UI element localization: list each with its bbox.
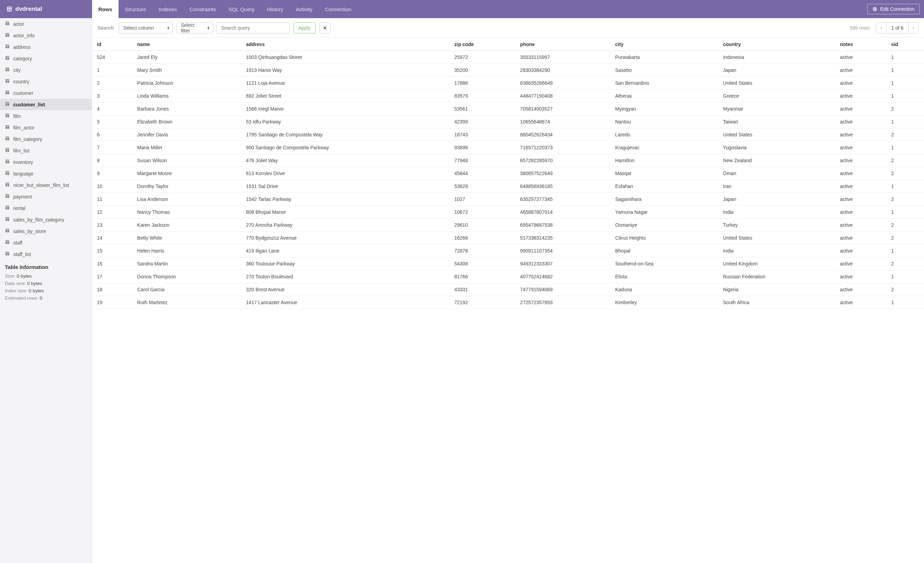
tab-activity[interactable]: Activity bbox=[290, 0, 319, 18]
column-header-sid[interactable]: sid bbox=[886, 38, 924, 51]
table-row[interactable]: 19Ruth Martinez1417 Lancaster Avenue7219… bbox=[92, 296, 924, 309]
table-row[interactable]: 6Jennifer Davis1795 Santiago de Composte… bbox=[92, 128, 924, 141]
cell-address: 360 Toulouse Parkway bbox=[241, 257, 450, 270]
table-row[interactable]: 8Susan Wilson478 Joliet Way7794865728228… bbox=[92, 154, 924, 167]
sidebar-item-sales_by_film_category[interactable]: sales_by_film_category bbox=[0, 214, 92, 225]
cell-phone: 990911107354 bbox=[515, 245, 610, 257]
cell-name: Karen Jackson bbox=[132, 219, 241, 232]
cell-notes: active bbox=[835, 90, 886, 102]
cell-country: Taiwan bbox=[718, 116, 835, 128]
sidebar-item-staff_list[interactable]: staff_list bbox=[0, 248, 92, 260]
column-header-zip-code[interactable]: zip code bbox=[450, 38, 515, 51]
cell-name: Linda Williams bbox=[132, 90, 241, 102]
sidebar-item-city[interactable]: city bbox=[0, 64, 92, 76]
table-list: actoractor_infoaddresscategorycitycountr… bbox=[0, 18, 92, 260]
sidebar-item-nicer_but_slower_film_list[interactable]: nicer_but_slower_film_list bbox=[0, 179, 92, 191]
sidebar-item-film_actor[interactable]: film_actor bbox=[0, 122, 92, 133]
cell-id: 9 bbox=[92, 167, 132, 180]
cell-zip: 16266 bbox=[450, 232, 515, 245]
clear-button[interactable]: ✕ bbox=[320, 23, 330, 33]
sidebar-item-category[interactable]: category bbox=[0, 53, 92, 64]
cell-name: Helen Harris bbox=[132, 245, 241, 257]
tab-connection[interactable]: Connection bbox=[319, 0, 358, 18]
table-row[interactable]: 14Betty White770 Bydgoszcz Avenue1626651… bbox=[92, 232, 924, 245]
tab-structure[interactable]: Structure bbox=[118, 0, 152, 18]
sidebar-item-film[interactable]: film bbox=[0, 110, 92, 122]
table-row[interactable]: 7Maria Miller900 Santiago de Compostela … bbox=[92, 141, 924, 154]
table-row[interactable]: 3Linda Williams692 Joliet Street83579448… bbox=[92, 90, 924, 102]
sidebar-item-film_category[interactable]: film_category bbox=[0, 133, 92, 145]
select-filter[interactable]: Select filter ▲▼ bbox=[176, 23, 213, 33]
cell-sid: 1 bbox=[886, 180, 924, 193]
sidebar-item-inventory[interactable]: inventory bbox=[0, 156, 92, 168]
table-row[interactable]: 10Dorothy Taylor1531 Sal Drive5362864885… bbox=[92, 180, 924, 193]
table-row[interactable]: 17Donna Thompson270 Toulon Boulevard8176… bbox=[92, 270, 924, 283]
table-row[interactable]: 5Elizabeth Brown53 Idfu Parkway423991065… bbox=[92, 116, 924, 128]
tab-constraints[interactable]: Constraints bbox=[183, 0, 222, 18]
sidebar-item-staff[interactable]: staff bbox=[0, 237, 92, 248]
tab-rows[interactable]: Rows bbox=[92, 0, 118, 18]
table-row[interactable]: 524Jared Ely1003 Qinhuangdao Street25972… bbox=[92, 51, 924, 64]
column-header-notes[interactable]: notes bbox=[835, 38, 886, 51]
cell-name: Jared Ely bbox=[132, 51, 241, 64]
table-row[interactable]: 11Lisa Anderson1542 Tarlac Parkway102763… bbox=[92, 193, 924, 206]
column-header-address[interactable]: address bbox=[241, 38, 450, 51]
sidebar-item-rental[interactable]: rental bbox=[0, 202, 92, 214]
tab-indexes[interactable]: Indexes bbox=[152, 0, 183, 18]
column-header-country[interactable]: country bbox=[718, 38, 835, 51]
sidebar-item-label: film_actor bbox=[13, 125, 34, 131]
sidebar-item-label: inventory bbox=[13, 159, 33, 165]
cell-sid: 1 bbox=[886, 245, 924, 257]
table-row[interactable]: 18Carol Garcia320 Brest Avenue4333174779… bbox=[92, 283, 924, 296]
edit-connection-button[interactable]: Edit Connection bbox=[867, 4, 920, 14]
table-row[interactable]: 12Nancy Thomas808 Bhopal Manor1067246588… bbox=[92, 206, 924, 219]
column-header-phone[interactable]: phone bbox=[515, 38, 610, 51]
sidebar-item-address[interactable]: address bbox=[0, 41, 92, 53]
table-row[interactable]: 2Patricia Johnson1121 Loja Avenue1788683… bbox=[92, 77, 924, 90]
column-header-city[interactable]: city bbox=[610, 38, 718, 51]
table-row[interactable]: 9Margaret Moore613 Korolev Drive45844380… bbox=[92, 167, 924, 180]
sidebar-item-actor_info[interactable]: actor_info bbox=[0, 30, 92, 41]
cell-address: 1531 Sal Drive bbox=[241, 180, 450, 193]
cell-notes: active bbox=[835, 270, 886, 283]
sidebar-item-customer[interactable]: customer bbox=[0, 87, 92, 99]
table-row[interactable]: 15Helen Harris419 Iligan Lane72878990911… bbox=[92, 245, 924, 257]
table-icon bbox=[5, 159, 10, 165]
table-icon bbox=[5, 136, 10, 142]
tab-sql-query[interactable]: SQL Query bbox=[222, 0, 261, 18]
search-input[interactable] bbox=[216, 23, 290, 33]
cell-phone: 35533115997 bbox=[515, 51, 610, 64]
table-row[interactable]: 4Barbara Jones1566 Inegl Manor5356170581… bbox=[92, 102, 924, 116]
sidebar-item-language[interactable]: language bbox=[0, 168, 92, 179]
cell-country: Oman bbox=[718, 167, 835, 180]
sidebar-item-film_list[interactable]: film_list bbox=[0, 145, 92, 156]
column-header-id[interactable]: id bbox=[92, 38, 132, 51]
table-info: Table Information Size: 0 bytes Data siz… bbox=[0, 260, 92, 307]
apply-button[interactable]: Apply bbox=[293, 23, 316, 33]
select-column[interactable]: Select column ▲▼ bbox=[119, 23, 173, 33]
cell-sid: 1 bbox=[886, 141, 924, 154]
column-header-name[interactable]: name bbox=[132, 38, 241, 51]
sidebar-item-actor[interactable]: actor bbox=[0, 18, 92, 30]
sidebar-item-customer_list[interactable]: customer_list bbox=[0, 99, 92, 110]
cell-phone: 860452626434 bbox=[515, 128, 610, 141]
cell-address: 419 Iligan Lane bbox=[241, 245, 450, 257]
prev-page-button[interactable]: ‹ bbox=[876, 23, 886, 33]
table-row[interactable]: 1Mary Smith1913 Hanoi Way352002830338429… bbox=[92, 64, 924, 77]
table-row[interactable]: 16Sandra Martin360 Toulouse Parkway54308… bbox=[92, 257, 924, 270]
brand[interactable]: dvdrental bbox=[0, 0, 92, 18]
cell-address: 270 Toulon Boulevard bbox=[241, 270, 450, 283]
sidebar-item-payment[interactable]: payment bbox=[0, 191, 92, 202]
cell-id: 18 bbox=[92, 283, 132, 296]
sidebar-item-label: language bbox=[13, 171, 33, 177]
sidebar-item-sales_by_store[interactable]: sales_by_store bbox=[0, 225, 92, 237]
cell-id: 5 bbox=[92, 116, 132, 128]
table-row[interactable]: 13Karen Jackson270 Amroha Parkway2961069… bbox=[92, 219, 924, 232]
sidebar-item-country[interactable]: country bbox=[0, 76, 92, 87]
sidebar-item-label: country bbox=[13, 79, 29, 84]
next-page-button[interactable]: › bbox=[908, 23, 918, 33]
cell-address: 320 Brest Avenue bbox=[241, 283, 450, 296]
tab-history[interactable]: History bbox=[261, 0, 290, 18]
cell-zip: 83579 bbox=[450, 90, 515, 102]
cell-address: 1121 Loja Avenue bbox=[241, 77, 450, 90]
